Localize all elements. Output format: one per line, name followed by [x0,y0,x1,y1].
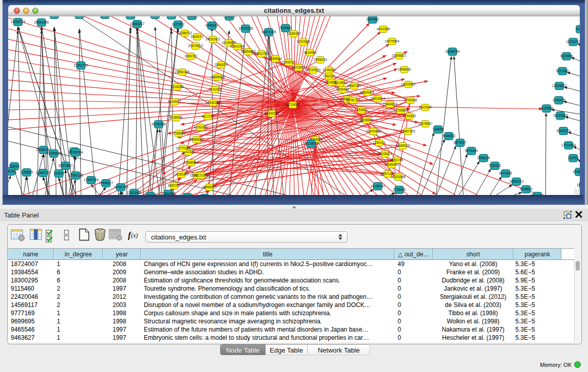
svg-text:7632621: 7632621 [489,164,502,167]
svg-text:19895918: 19895918 [210,75,225,79]
svg-text:20053346: 20053346 [151,122,166,126]
svg-text:20709364: 20709364 [164,16,179,17]
svg-text:22484624: 22484624 [383,102,398,106]
svg-text:17359934: 17359934 [69,150,83,154]
svg-text:17769604: 17769604 [394,108,408,112]
svg-text:8839846: 8839846 [360,118,373,122]
svg-text:10698571: 10698571 [392,54,407,57]
svg-text:9245612: 9245612 [520,187,533,191]
svg-text:16782759: 16782759 [114,185,128,189]
svg-text:9329966: 9329966 [560,54,573,58]
svg-text:1018285: 1018285 [171,85,184,89]
svg-text:12505135: 12505135 [69,173,83,177]
svg-text:3356309: 3356309 [215,63,228,67]
svg-text:10719155: 10719155 [238,27,253,30]
svg-text:2998203: 2998203 [314,58,327,61]
svg-text:14055724: 14055724 [11,20,26,24]
svg-text:10975887: 10975887 [58,164,73,167]
svg-text:15692971: 15692971 [556,129,571,133]
svg-text:10654112: 10654112 [509,180,524,183]
svg-text:16648784: 16648784 [445,50,460,53]
svg-text:6284624: 6284624 [269,57,282,60]
svg-text:14649229: 14649229 [396,144,410,147]
svg-text:7515524: 7515524 [279,26,292,30]
svg-text:10333598: 10333598 [391,175,406,179]
svg-text:8471676: 8471676 [499,171,512,175]
svg-text:7553897: 7553897 [355,108,368,112]
svg-text:20979533: 20979533 [188,44,203,48]
svg-text:7196172: 7196172 [223,16,236,18]
svg-text:1503341: 1503341 [292,65,305,69]
svg-text:8163927: 8163927 [168,100,181,103]
svg-text:1244415: 1244415 [553,98,565,102]
svg-text:8036948: 8036948 [170,116,183,119]
svg-text:18418914: 18418914 [371,97,385,100]
svg-text:4617271: 4617271 [202,115,214,118]
svg-text:15751074: 15751074 [566,40,580,43]
svg-text:2405270: 2405270 [191,35,204,38]
svg-text:10653267: 10653267 [130,22,145,26]
svg-text:18729533: 18729533 [306,68,321,72]
svg-text:4621426: 4621426 [209,87,222,91]
svg-text:(x): (x) [131,232,138,239]
svg-text:18209552: 18209552 [401,82,416,86]
svg-text:21651701: 21651701 [74,63,89,67]
svg-text:16963965: 16963965 [161,192,176,195]
svg-text:4158259: 4158259 [573,170,580,173]
svg-text:7246952: 7246952 [531,194,544,195]
svg-text:1733426: 1733426 [393,188,406,191]
svg-text:25260150: 25260150 [36,148,51,151]
svg-text:22121002: 22121002 [194,173,209,177]
svg-text:3791845: 3791845 [403,114,416,118]
svg-text:7382330: 7382330 [323,74,336,78]
svg-text:2196308: 2196308 [323,68,336,72]
svg-text:18724007: 18724007 [286,103,300,106]
svg-text:11123: 11123 [576,27,580,31]
svg-text:9938923: 9938923 [443,134,455,138]
svg-text:3450760: 3450760 [168,184,181,187]
svg-text:16345444: 16345444 [384,163,399,166]
svg-text:1156829: 1156829 [20,170,33,174]
svg-text:9474444: 9474444 [465,149,478,152]
svg-text:11180457: 11180457 [287,32,301,35]
svg-text:16671355: 16671355 [262,30,276,34]
svg-text:16160976: 16160976 [123,16,138,17]
svg-text:22941999: 22941999 [230,45,245,48]
svg-text:14335349: 14335349 [174,172,189,176]
svg-text:2755654: 2755654 [172,132,185,135]
svg-text:16770156: 16770156 [176,146,191,150]
svg-text:3851749: 3851749 [390,158,403,162]
svg-text:15781771: 15781771 [346,98,361,102]
svg-text:9227342: 9227342 [556,69,569,73]
svg-text:12942737: 12942737 [36,171,51,174]
svg-text:21654856: 21654856 [241,50,256,53]
svg-text:9522649: 9522649 [419,105,432,109]
svg-text:15985179: 15985179 [577,183,580,187]
svg-text:164095: 164095 [432,127,444,131]
svg-text:21119844: 21119844 [333,81,347,84]
svg-text:19999920: 19999920 [202,185,217,189]
svg-text:11578947: 11578947 [418,122,432,125]
svg-text:10870088: 10870088 [366,129,381,133]
svg-text:13969242: 13969242 [189,138,204,141]
svg-text:15134575: 15134575 [304,142,319,145]
svg-text:19075554: 19075554 [385,39,400,43]
svg-text:10958117: 10958117 [99,181,113,185]
svg-text:16210643: 16210643 [553,114,568,117]
svg-text:8706308: 8706308 [404,98,417,102]
svg-text:1154141: 1154141 [373,141,386,144]
svg-text:22812762: 22812762 [254,52,269,55]
svg-text:7372054: 7372054 [186,16,199,17]
svg-text:335061: 335061 [9,164,20,168]
svg-text:114519: 114519 [54,171,64,175]
svg-text:23228117: 23228117 [378,152,392,156]
svg-text:116753: 116753 [568,156,579,160]
svg-text:2087682: 2087682 [366,17,379,21]
svg-text:4042398: 4042398 [377,27,390,31]
svg-text:1566750: 1566750 [185,54,198,58]
svg-text:20829308: 20829308 [360,91,375,94]
svg-text:23981345: 23981345 [175,70,190,74]
svg-text:13598454: 13598454 [184,161,199,164]
svg-text:18176803: 18176803 [143,194,158,195]
svg-text:22288702: 22288702 [178,31,192,35]
